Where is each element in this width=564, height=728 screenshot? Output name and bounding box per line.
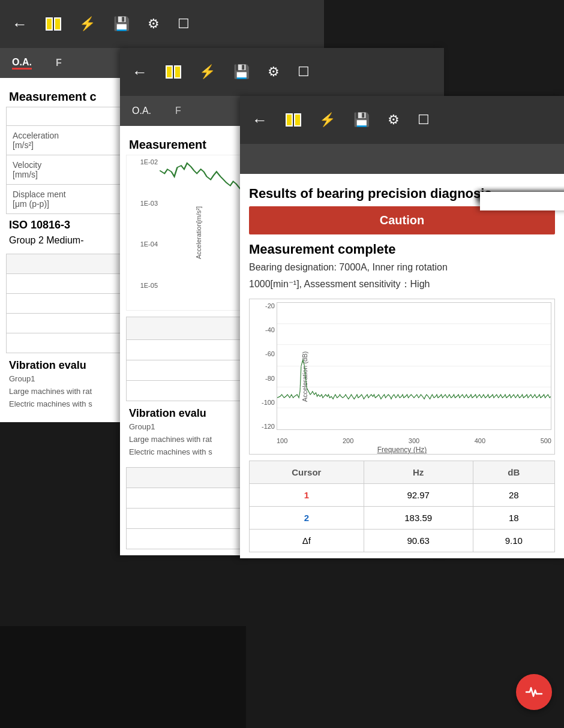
layer3-battery-icon <box>286 113 301 127</box>
tab-oa[interactable]: O.A. <box>12 57 32 70</box>
meas-complete-title: Measurement complete <box>249 242 555 257</box>
layer3-back-button[interactable]: ← <box>252 111 268 130</box>
layer2-tab-oa[interactable]: O.A. <box>132 106 151 116</box>
pct-cursor-2: 2 <box>250 507 364 530</box>
layer2-save-icon[interactable]: 💾 <box>233 64 250 80</box>
layer3-save-icon[interactable]: 💾 <box>353 112 370 128</box>
sy-label-0: -20 <box>265 302 275 309</box>
table-row: 2 183.59 18 <box>250 507 555 530</box>
pct-header-cursor: Cursor <box>250 461 364 484</box>
sy-label-4: -100 <box>262 399 275 406</box>
pct-db-1: 28 <box>473 484 554 507</box>
layer3-tabs: O.A. FFT WAVE PRECISIONDIAGNOSIS <box>240 144 564 174</box>
sy-label-3: -80 <box>265 375 275 382</box>
bluetooth-icon[interactable]: ⚡ <box>79 16 95 32</box>
layer2-settings-icon[interactable]: ⚙ <box>268 64 280 80</box>
sx-label-3: 400 <box>475 437 485 444</box>
spectrum-svg <box>277 303 551 429</box>
sx-label-2: 300 <box>409 437 419 444</box>
fab-button[interactable] <box>516 674 552 710</box>
layer2-battery-icon <box>166 65 181 79</box>
layer3-window-icon[interactable]: ☐ <box>418 112 430 128</box>
sy-label-2: -60 <box>265 350 275 357</box>
layer1-toolbar: ← ⚡ 💾 ⚙ ☐ <box>0 0 324 48</box>
layer3-bluetooth-icon[interactable]: ⚡ <box>319 112 335 128</box>
table-row: Δf 90.63 9.10 <box>250 530 555 552</box>
y-label-2: 1E-04 <box>140 240 158 248</box>
spectrum-x-axis: 100 200 300 400 500 <box>277 437 551 444</box>
y-label-3: 1E-05 <box>140 282 158 289</box>
window-icon[interactable]: ☐ <box>178 16 190 32</box>
y-label-1: 1E-03 <box>140 200 158 207</box>
pct-db-2: 18 <box>473 507 554 530</box>
layer3-window: ← ⚡ 💾 ⚙ ☐ O.A. FFT WAVE PRECISIONDIAGNOS… <box>240 96 564 558</box>
bearing-params: 1000[min⁻¹], Assessment sensitivity：High <box>249 277 555 291</box>
bearing-info: Bearing designation: 7000A, Inner ring r… <box>249 260 555 275</box>
pct-cursor-1: 1 <box>250 484 364 507</box>
precision-content: Results of bearing precision diagnosis C… <box>240 174 564 558</box>
pct-header-hz: Hz <box>364 461 473 484</box>
spectrum-y-axis: -20 -40 -60 -80 -100 -120 <box>250 302 277 430</box>
precision-cursor-table: Cursor Hz dB 1 92.97 28 2 183.59 18 Δf <box>249 461 555 552</box>
black-bottom-area <box>0 626 246 728</box>
y-axis: 1E-02 1E-03 1E-04 1E-05 <box>127 155 160 292</box>
settings-icon[interactable]: ⚙ <box>148 16 160 32</box>
tab-f[interactable]: F <box>56 58 62 68</box>
back-button[interactable]: ← <box>12 15 28 34</box>
sy-label-5: -120 <box>262 423 275 430</box>
heartbeat-icon <box>525 683 543 701</box>
layer2-tab-f[interactable]: F <box>175 106 181 116</box>
y-label-0: 1E-02 <box>140 158 158 166</box>
pct-db-delta: 9.10 <box>473 530 554 552</box>
layer3-tab-precision[interactable]: PRECISIONDIAGNOSIS <box>480 192 564 210</box>
pct-hz-1: 92.97 <box>364 484 473 507</box>
sx-label-1: 200 <box>343 437 353 444</box>
sx-label-4: 500 <box>541 437 551 444</box>
pct-delta-f: Δf <box>250 530 364 552</box>
pct-hz-2: 183.59 <box>364 507 473 530</box>
sy-label-1: -40 <box>265 326 275 333</box>
layer2-back-button[interactable]: ← <box>132 63 148 82</box>
layer2-window-icon[interactable]: ☐ <box>298 64 310 80</box>
save-icon[interactable]: 💾 <box>113 16 130 32</box>
spectrum-x-label: Frequency (Hz) <box>377 446 427 454</box>
table-row: 1 92.97 28 <box>250 484 555 507</box>
spectrum-plot-area <box>277 302 551 430</box>
layer3-settings-icon[interactable]: ⚙ <box>388 112 400 128</box>
pct-header-db: dB <box>473 461 554 484</box>
layer2-toolbar: ← ⚡ 💾 ⚙ ☐ <box>120 48 444 96</box>
layer2-bluetooth-icon[interactable]: ⚡ <box>199 64 215 80</box>
layer3-toolbar: ← ⚡ 💾 ⚙ ☐ <box>240 96 564 144</box>
sx-label-0: 100 <box>277 437 287 444</box>
battery-icon <box>46 17 61 31</box>
pct-hz-delta: 90.63 <box>364 530 473 552</box>
spectrum-chart: -20 -40 -60 -80 -100 -120 Acceleration (… <box>249 299 555 455</box>
